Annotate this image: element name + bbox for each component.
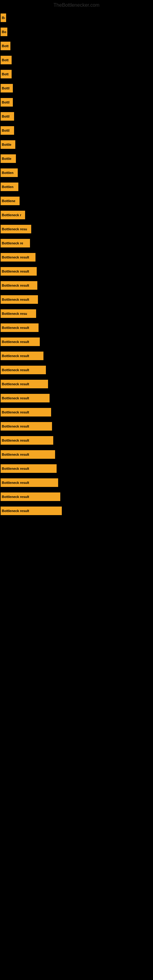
bar-label: Bottl — [2, 115, 10, 118]
bar-label: Bottle — [2, 157, 11, 161]
bar-row: Bottleneck r — [0, 211, 153, 219]
bars-container: BoBoBottBottBottBottlBottlBottlBottlBott… — [0, 10, 153, 524]
bar-row: Bottl — [0, 112, 153, 121]
bar-row: Bottleneck re — [0, 239, 153, 247]
bar-label: Bottlenе — [2, 199, 15, 203]
bar-label: Bottleneck re — [2, 241, 23, 245]
bar-row: Bottleneck result — [0, 394, 153, 402]
bar-label: Bottl — [2, 100, 10, 104]
bar-row: Bott — [0, 41, 153, 50]
bottleneck-result-bar: Bottleneck resu — [1, 225, 31, 233]
bar-row: Bottleneck result — [0, 422, 153, 431]
bottleneck-result-bar: Bottleneck result — [1, 464, 57, 473]
bar-row: Bott — [0, 70, 153, 78]
bar-row: Bottl — [0, 84, 153, 92]
bar-row: Bottleneck result — [0, 352, 153, 360]
bottleneck-result-bar: Bottleneck result — [1, 366, 46, 374]
bar-row: Bottleneck result — [0, 366, 153, 374]
bar-row: Bottl — [0, 98, 153, 107]
bar-label: Bottleneck resu — [2, 227, 27, 231]
bar-row: Bottleneck result — [0, 281, 153, 290]
bar-label: Bottleneck result — [2, 269, 29, 273]
bar-label: Bottlе — [2, 143, 11, 146]
bar-row: Bott — [0, 56, 153, 64]
bottleneck-result-bar: Bottleneck result — [1, 295, 38, 304]
bar-row: Bottleneck result — [0, 408, 153, 417]
bottleneck-result-bar: Bottleneck r — [1, 211, 25, 219]
bar-label: Bottleneck result — [2, 467, 29, 470]
bar-label: Bottleneck result — [2, 340, 29, 344]
bottleneck-result-bar: Bottleneck result — [1, 253, 35, 261]
bar-label: Bottleneck result — [2, 509, 29, 513]
bar-label: Bottleneck result — [2, 453, 29, 456]
bar-row: Bottleneck resu — [0, 309, 153, 318]
bar-row: Bottleneck result — [0, 436, 153, 445]
bottleneck-result-bar: Bottleneck result — [1, 352, 43, 360]
bar-label: Bottleneck result — [2, 283, 29, 287]
bar-label: Bott — [2, 72, 9, 76]
bar-row: Bottlе — [0, 140, 153, 149]
bottleneck-result-bar: Bottleneck result — [1, 506, 62, 515]
bar-label: Bottlen — [2, 171, 13, 175]
bottleneck-result-bar: Bottleneck result — [1, 436, 53, 445]
bar-label: Bott — [2, 58, 9, 62]
bar-row: Bo — [0, 27, 153, 36]
bottleneck-result-bar: Bottl — [1, 98, 13, 107]
bar-label: Bottleneck result — [2, 326, 29, 329]
bottleneck-result-bar: Bottle — [1, 154, 16, 163]
bottleneck-result-bar: Bottl — [1, 126, 14, 135]
bottleneck-result-bar: Bott — [1, 56, 12, 64]
bottleneck-result-bar: Bottlen — [1, 183, 18, 191]
bottleneck-result-bar: Bottleneck result — [1, 267, 37, 275]
bar-row: Bottleneck result — [0, 295, 153, 304]
bar-label: Bottleneck result — [2, 425, 29, 428]
bar-row: Bottlen — [0, 183, 153, 191]
bar-row: Bottl — [0, 126, 153, 135]
bar-row: Bo — [0, 13, 153, 22]
bottleneck-result-bar: Bottleneck result — [1, 450, 55, 459]
bar-label: Bottleneck result — [2, 298, 29, 301]
bar-row: Bottleneck result — [0, 492, 153, 501]
bottleneck-result-bar: Bottleneck result — [1, 323, 38, 332]
bar-row: Bottle — [0, 154, 153, 163]
bottleneck-result-bar: Bott — [1, 70, 12, 78]
bottleneck-result-bar: Bottlenе — [1, 197, 19, 205]
bar-label: Bottleneck result — [2, 410, 29, 414]
bar-label: Bo — [2, 30, 6, 34]
bar-label: Bottleneck result — [2, 481, 29, 485]
bar-label: Bottleneck result — [2, 396, 29, 400]
bar-label: Bottleneck r — [2, 213, 21, 217]
bottleneck-result-bar: Bottleneck result — [1, 492, 60, 501]
site-title: TheBottlenecker.com — [0, 0, 153, 10]
bar-label: Bottl — [2, 86, 10, 90]
bar-label: Bo — [2, 16, 5, 20]
bar-label: Bottleneck result — [2, 382, 29, 386]
bottleneck-result-bar: Bottlen — [1, 169, 18, 177]
bottleneck-result-bar: Bottleneck result — [1, 394, 49, 402]
bottleneck-result-bar: Bott — [1, 41, 10, 50]
bar-row: Bottleneck result — [0, 478, 153, 487]
bar-label: Bott — [2, 44, 9, 48]
bottleneck-result-bar: Bottleneck result — [1, 337, 40, 346]
bar-row: Bottleneck result — [0, 253, 153, 261]
bar-row: Bottleneck result — [0, 506, 153, 515]
bar-row: Bottleneck result — [0, 267, 153, 275]
bottleneck-result-bar: Bottleneck result — [1, 478, 58, 487]
bottleneck-result-bar: Bottleneck re — [1, 239, 30, 247]
bar-row: Bottleneck result — [0, 323, 153, 332]
bottleneck-result-bar: Bottleneck resu — [1, 309, 36, 318]
bottleneck-result-bar: Bottleneck result — [1, 408, 51, 417]
bottleneck-result-bar: Bottl — [1, 112, 14, 121]
bar-row: Bottlen — [0, 169, 153, 177]
bar-row: Bottlenе — [0, 197, 153, 205]
bar-label: Bottlen — [2, 185, 13, 189]
bar-row: Bottleneck result — [0, 450, 153, 459]
bottleneck-result-bar: Bottlе — [1, 140, 15, 149]
bottleneck-result-bar: Bottleneck result — [1, 380, 48, 388]
bar-label: Bottleneck result — [2, 354, 29, 358]
bar-row: Bottleneck result — [0, 380, 153, 388]
bottleneck-result-bar: Bo — [1, 13, 6, 22]
bottleneck-result-bar: Bottleneck result — [1, 422, 52, 431]
bar-label: Bottl — [2, 129, 10, 132]
bottleneck-result-bar: Bottleneck result — [1, 281, 37, 290]
